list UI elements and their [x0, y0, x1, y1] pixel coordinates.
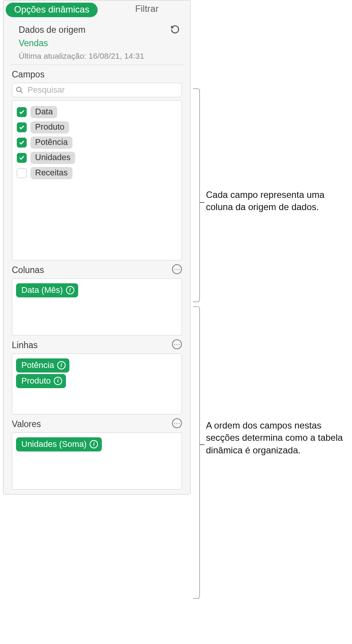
field-row[interactable]: Data [16, 104, 178, 120]
source-updated: Última atualização: 16/08/21, 14:31 [19, 51, 175, 61]
columns-heading: Colunas [12, 265, 182, 275]
pill-label: Unidades (Soma) [21, 439, 87, 449]
checkbox[interactable] [17, 168, 27, 178]
search-input[interactable] [12, 83, 182, 97]
field-row[interactable]: Receitas [16, 165, 178, 181]
fields-box: Data Produto Potência Unidades [12, 100, 182, 260]
checkbox[interactable] [17, 153, 27, 163]
field-label[interactable]: Data [31, 106, 57, 118]
field-row[interactable]: Potência [16, 135, 178, 150]
field-label[interactable]: Potência [31, 137, 72, 149]
tab-pivot-options[interactable]: Opções dinâmicas [6, 3, 98, 17]
checkbox[interactable] [17, 107, 27, 117]
source-heading: Dados de origem [19, 25, 175, 35]
checkbox[interactable] [17, 138, 27, 148]
field-row[interactable]: Produto [16, 120, 178, 135]
pill-label: Produto [21, 376, 51, 386]
pill-label: Potência [21, 360, 54, 370]
checkbox[interactable] [17, 122, 27, 132]
more-icon[interactable]: ⋯ [172, 339, 182, 349]
rows-section: Linhas ⋯ Potência i Produto i [3, 336, 190, 414]
info-icon[interactable]: i [57, 361, 66, 369]
rows-dropzone[interactable]: Potência i Produto i [12, 353, 182, 414]
tab-filter[interactable]: Filtrar [103, 0, 190, 19]
pill-label: Data (Mês) [21, 285, 63, 295]
values-dropzone[interactable]: Unidades (Soma) i [12, 432, 182, 490]
info-icon[interactable]: i [66, 286, 74, 294]
field-label[interactable]: Produto [31, 121, 69, 133]
column-field-pill[interactable]: Data (Mês) i [16, 283, 78, 297]
tabbar: Opções dinâmicas Filtrar [3, 0, 190, 19]
value-field-pill[interactable]: Unidades (Soma) i [16, 437, 102, 451]
refresh-icon[interactable] [170, 24, 180, 35]
more-icon[interactable]: ⋯ [172, 264, 182, 274]
callout-bracket [193, 88, 200, 302]
values-heading: Valores [12, 419, 182, 429]
callout-tick [200, 202, 204, 203]
search-wrap [12, 83, 182, 97]
rows-heading: Linhas [12, 340, 182, 350]
field-label[interactable]: Unidades [31, 152, 75, 164]
columns-section: Colunas ⋯ Data (Mês) i [3, 260, 190, 336]
row-field-pill[interactable]: Produto i [16, 374, 66, 388]
values-section: Valores ⋯ Unidades (Soma) i [3, 414, 190, 490]
callout-text-fields: Cada campo representa uma coluna da orig… [206, 189, 351, 214]
source-data-block: Dados de origem Vendas Última atualizaçã… [10, 19, 183, 65]
callout-tick [200, 444, 204, 445]
field-row[interactable]: Unidades [16, 150, 178, 165]
fields-heading: Campos [12, 69, 182, 80]
more-icon[interactable]: ⋯ [172, 418, 182, 428]
columns-dropzone[interactable]: Data (Mês) i [12, 278, 182, 336]
source-name[interactable]: Vendas [19, 38, 175, 48]
info-icon[interactable]: i [54, 377, 62, 385]
info-icon[interactable]: i [90, 440, 98, 448]
search-icon [16, 86, 23, 94]
fields-section: Campos Data Produto [3, 65, 190, 260]
field-label[interactable]: Receitas [31, 167, 72, 179]
pivot-options-panel: Opções dinâmicas Filtrar Dados de origem… [3, 0, 191, 495]
callout-text-zones: A ordem dos campos nestas secções determ… [206, 419, 351, 456]
svg-point-0 [17, 87, 21, 92]
row-field-pill[interactable]: Potência i [16, 358, 69, 373]
callout-bracket [193, 307, 200, 599]
